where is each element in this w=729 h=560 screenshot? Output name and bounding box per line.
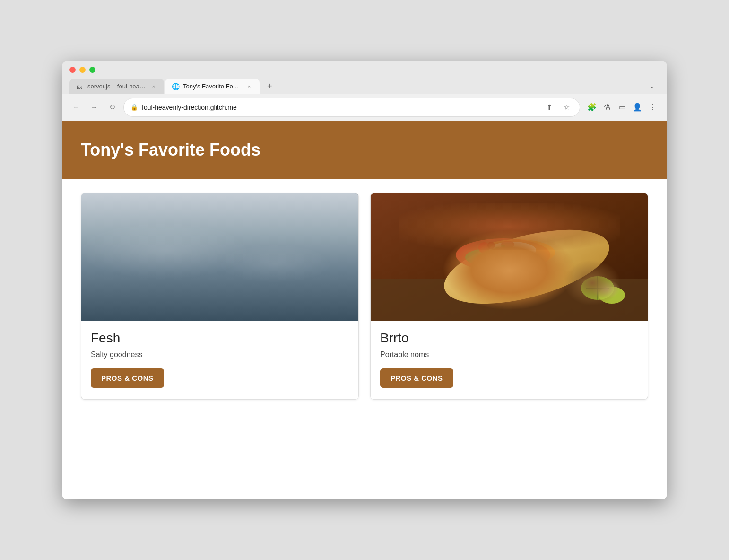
globe-icon: 🌐: [172, 83, 179, 90]
burrito-image: [371, 193, 648, 321]
minimize-button[interactable]: [79, 67, 86, 73]
svg-rect-12: [371, 193, 648, 321]
tab-dropdown-button[interactable]: ⌄: [644, 78, 660, 94]
svg-point-20: [599, 287, 625, 304]
svg-point-23: [478, 242, 490, 254]
food-card-brrto-name: Brrto: [380, 331, 638, 346]
profile-icon[interactable]: 👤: [630, 100, 644, 114]
svg-point-14: [436, 215, 616, 318]
tab-tonys-foods-label: Tony's Favorite Foods: [183, 83, 242, 90]
food-card-brrto-body: Brrto Portable noms PROS & CONS: [371, 321, 648, 399]
food-card-brrto: Brrto Portable noms PROS & CONS: [370, 193, 648, 400]
page-title: Tony's Favorite Foods: [81, 140, 648, 160]
browser-window: 🗂 server.js – foul-heavenly-di... × 🌐 To…: [62, 61, 667, 499]
svg-rect-0: [81, 193, 358, 321]
food-card-brrto-desc: Portable noms: [380, 350, 638, 359]
svg-point-9: [166, 249, 280, 275]
food-card-fesh-desc: Salty goodness: [91, 350, 349, 359]
traffic-lights: [69, 67, 660, 73]
maximize-button[interactable]: [89, 67, 95, 73]
svg-point-11: [148, 244, 223, 261]
menu-icon[interactable]: ⋮: [645, 100, 660, 114]
svg-point-6: [124, 272, 126, 274]
svg-rect-13: [371, 279, 648, 321]
tab-tonys-foods[interactable]: 🌐 Tony's Favorite Foods ×: [165, 79, 260, 94]
svg-point-7: [207, 253, 211, 257]
svg-point-17: [465, 248, 522, 267]
lock-icon: 🔒: [130, 104, 138, 111]
page-header: Tony's Favorite Foods: [62, 121, 667, 179]
extensions-icon[interactable]: 🧩: [585, 100, 599, 114]
burrito-svg: [371, 193, 648, 321]
tab-tonys-foods-close[interactable]: ×: [245, 83, 253, 90]
svg-point-24: [487, 242, 495, 249]
svg-point-18: [489, 242, 536, 259]
cards-container: Fesh Salty goodness PROS & CONS: [62, 179, 667, 414]
url-bar[interactable]: 🔒 foul-heavenly-direction.glitch.me ⬆ ☆: [123, 98, 580, 117]
reader-view-icon[interactable]: ▭: [615, 100, 629, 114]
forward-button[interactable]: →: [87, 101, 101, 114]
tab-server-js-label: server.js – foul-heavenly-di...: [87, 83, 146, 90]
svg-point-25: [501, 241, 514, 248]
svg-point-3: [81, 257, 228, 290]
new-tab-button[interactable]: +: [260, 78, 279, 94]
page-content: Tony's Favorite Foods: [62, 121, 667, 499]
address-bar: ← → ↻ 🔒 foul-heavenly-direction.glitch.m…: [62, 94, 667, 121]
fish-svg: [81, 193, 358, 321]
svg-point-2: [157, 251, 308, 287]
fish-image: [81, 193, 358, 321]
food-card-fesh-name: Fesh: [91, 331, 349, 346]
tab-bar: 🗂 server.js – foul-heavenly-di... × 🌐 To…: [69, 78, 660, 94]
tab-server-js[interactable]: 🗂 server.js – foul-heavenly-di... ×: [69, 79, 164, 94]
svg-point-26: [495, 247, 500, 252]
svg-point-15: [456, 238, 550, 271]
svg-point-4: [200, 221, 341, 261]
svg-point-16: [479, 239, 555, 266]
svg-point-8: [207, 253, 209, 255]
pros-cons-button-fesh[interactable]: PROS & CONS: [91, 368, 164, 388]
close-button[interactable]: [69, 67, 76, 73]
food-card-fesh-body: Fesh Salty goodness PROS & CONS: [81, 321, 358, 399]
code-icon: 🗂: [76, 83, 84, 90]
svg-point-27: [501, 245, 505, 248]
svg-point-1: [91, 234, 261, 276]
url-text: foul-heavenly-direction.glitch.me: [142, 104, 539, 111]
pros-cons-button-brrto[interactable]: PROS & CONS: [380, 368, 453, 388]
browser-toolbar-right: 🧩 ⚗ ▭ 👤 ⋮: [585, 100, 660, 114]
reload-button[interactable]: ↻: [105, 101, 119, 114]
svg-point-19: [581, 276, 614, 300]
tab-server-js-close[interactable]: ×: [150, 83, 157, 90]
svg-point-5: [123, 271, 129, 277]
star-icon[interactable]: ☆: [560, 101, 573, 114]
food-card-fesh: Fesh Salty goodness PROS & CONS: [81, 193, 359, 400]
share-icon[interactable]: ⬆: [543, 101, 556, 114]
back-button[interactable]: ←: [69, 101, 83, 114]
flask-icon[interactable]: ⚗: [600, 100, 614, 114]
title-bar: 🗂 server.js – foul-heavenly-di... × 🌐 To…: [62, 61, 667, 94]
svg-point-10: [124, 255, 228, 279]
